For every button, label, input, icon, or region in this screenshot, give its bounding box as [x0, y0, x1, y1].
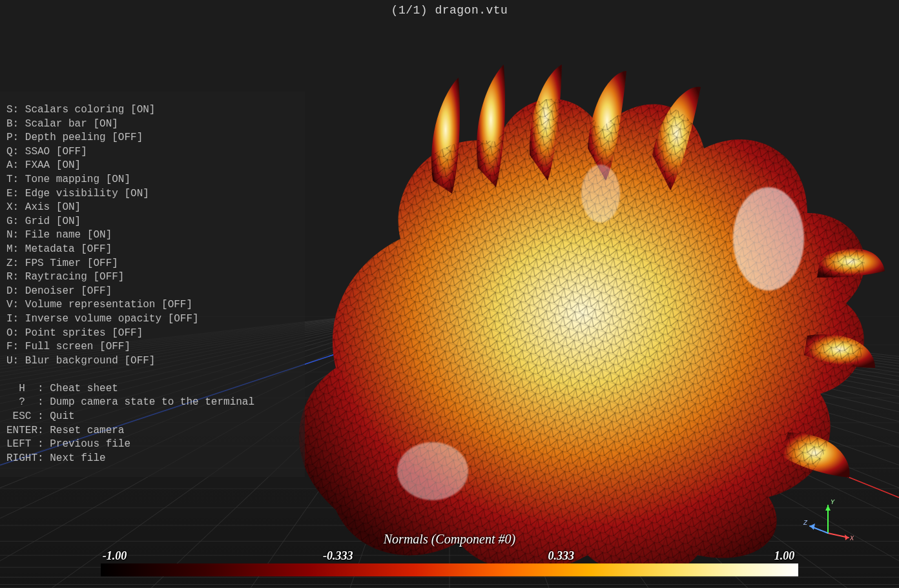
scalar-bar-title: Normals (Component #0) [101, 532, 798, 547]
cheat-sheet-overlay: S: Scalars coloring [ON] B: Scalar bar [… [0, 92, 305, 477]
svg-marker-77 [810, 523, 815, 530]
scalar-bar-tick: 0.333 [548, 549, 575, 563]
axis-gizmo: X Y Z [802, 498, 854, 549]
svg-marker-76 [825, 505, 831, 511]
scalar-bar-tick: -0.333 [323, 549, 353, 563]
svg-line-67 [450, 316, 899, 498]
scalar-bar-gradient [101, 563, 798, 576]
axis-x-label: X [849, 535, 854, 542]
svg-marker-75 [845, 534, 849, 540]
scalar-bar: Normals (Component #0) -1.00-0.3330.3331… [101, 532, 798, 576]
scalar-bar-tick: 1.00 [774, 549, 795, 563]
scalar-bar-tick: -1.00 [103, 549, 127, 563]
svg-point-71 [581, 165, 620, 223]
viewport-3d[interactable]: (1/1) dragon.vtu S: Scalars coloring [ON… [0, 0, 899, 588]
axis-z-label: Z [803, 520, 808, 527]
scalar-bar-ticks: -1.00-0.3330.3331.00 [101, 549, 798, 562]
file-name-title: (1/1) dragon.vtu [0, 4, 899, 17]
axis-y-label: Y [831, 499, 835, 506]
